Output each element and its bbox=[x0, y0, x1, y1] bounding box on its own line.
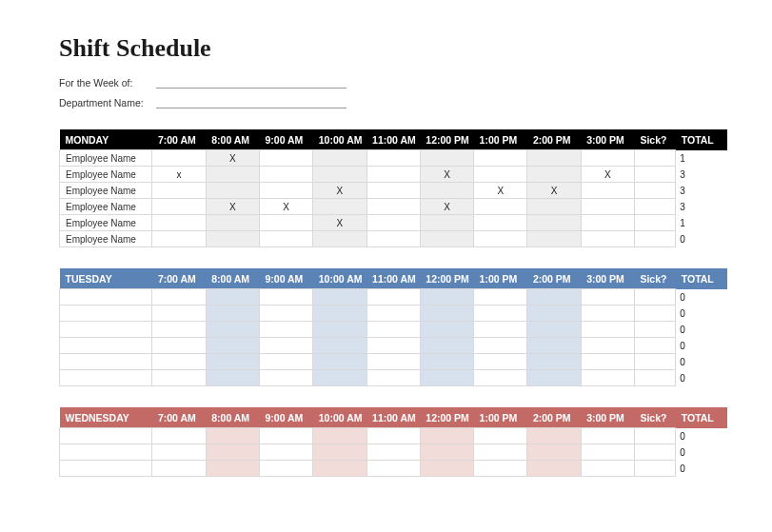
shift-cell[interactable] bbox=[581, 199, 634, 215]
shift-cell[interactable] bbox=[259, 231, 312, 247]
shift-cell[interactable] bbox=[206, 444, 259, 461]
sick-cell[interactable] bbox=[634, 354, 675, 370]
meta-week-field[interactable] bbox=[156, 74, 346, 89]
shift-cell[interactable] bbox=[259, 150, 312, 167]
shift-cell[interactable] bbox=[206, 338, 259, 354]
shift-cell[interactable] bbox=[152, 289, 206, 305]
shift-cell[interactable] bbox=[474, 305, 527, 322]
shift-cell[interactable] bbox=[581, 444, 634, 461]
shift-cell[interactable] bbox=[581, 428, 634, 444]
shift-cell[interactable]: X bbox=[581, 167, 634, 183]
shift-cell[interactable] bbox=[420, 289, 473, 305]
shift-cell[interactable] bbox=[366, 231, 420, 247]
shift-cell[interactable] bbox=[206, 354, 259, 370]
shift-cell[interactable] bbox=[366, 183, 420, 199]
shift-cell[interactable] bbox=[366, 305, 420, 322]
employee-name-cell[interactable] bbox=[60, 338, 152, 354]
shift-cell[interactable]: X bbox=[474, 183, 527, 199]
sick-cell[interactable] bbox=[634, 150, 675, 167]
shift-cell[interactable]: X bbox=[313, 215, 366, 231]
shift-cell[interactable] bbox=[259, 289, 312, 305]
shift-cell[interactable] bbox=[313, 167, 366, 183]
shift-cell[interactable] bbox=[420, 370, 473, 386]
shift-cell[interactable] bbox=[420, 354, 473, 370]
shift-cell[interactable] bbox=[420, 461, 473, 477]
shift-cell[interactable] bbox=[206, 289, 259, 305]
shift-cell[interactable] bbox=[313, 322, 366, 338]
shift-cell[interactable] bbox=[581, 354, 634, 370]
shift-cell[interactable]: X bbox=[206, 150, 259, 167]
employee-name-cell[interactable] bbox=[60, 322, 152, 338]
shift-cell[interactable] bbox=[581, 322, 634, 338]
sick-cell[interactable] bbox=[634, 305, 675, 322]
shift-cell[interactable] bbox=[474, 428, 527, 444]
shift-cell[interactable] bbox=[152, 231, 206, 247]
shift-cell[interactable] bbox=[366, 322, 420, 338]
shift-cell[interactable] bbox=[420, 150, 473, 167]
shift-cell[interactable]: X bbox=[527, 183, 581, 199]
shift-cell[interactable] bbox=[152, 305, 206, 322]
shift-cell[interactable] bbox=[313, 305, 366, 322]
shift-cell[interactable] bbox=[420, 231, 473, 247]
sick-cell[interactable] bbox=[634, 199, 675, 215]
shift-cell[interactable] bbox=[259, 428, 312, 444]
shift-cell[interactable] bbox=[152, 199, 206, 215]
shift-cell[interactable] bbox=[206, 215, 259, 231]
shift-cell[interactable] bbox=[313, 444, 366, 461]
shift-cell[interactable]: X bbox=[259, 199, 312, 215]
shift-cell[interactable] bbox=[581, 370, 634, 386]
employee-name-cell[interactable]: Employee Name bbox=[60, 231, 152, 247]
sick-cell[interactable] bbox=[634, 370, 675, 386]
shift-cell[interactable] bbox=[474, 289, 527, 305]
shift-cell[interactable] bbox=[313, 231, 366, 247]
shift-cell[interactable] bbox=[474, 354, 527, 370]
shift-cell[interactable] bbox=[527, 289, 581, 305]
shift-cell[interactable] bbox=[474, 338, 527, 354]
shift-cell[interactable]: X bbox=[206, 199, 259, 215]
employee-name-cell[interactable] bbox=[60, 370, 152, 386]
sick-cell[interactable] bbox=[634, 338, 675, 354]
shift-cell[interactable] bbox=[313, 370, 366, 386]
shift-cell[interactable] bbox=[527, 322, 581, 338]
shift-cell[interactable] bbox=[366, 370, 420, 386]
shift-cell[interactable] bbox=[581, 215, 634, 231]
shift-cell[interactable] bbox=[527, 354, 581, 370]
sick-cell[interactable] bbox=[634, 215, 675, 231]
shift-cell[interactable] bbox=[474, 150, 527, 167]
shift-cell[interactable] bbox=[420, 215, 473, 231]
shift-cell[interactable] bbox=[527, 428, 581, 444]
shift-cell[interactable] bbox=[313, 150, 366, 167]
shift-cell[interactable] bbox=[152, 322, 206, 338]
shift-cell[interactable] bbox=[313, 354, 366, 370]
sick-cell[interactable] bbox=[634, 322, 675, 338]
shift-cell[interactable] bbox=[527, 199, 581, 215]
shift-cell[interactable] bbox=[420, 305, 473, 322]
shift-cell[interactable] bbox=[152, 428, 206, 444]
shift-cell[interactable] bbox=[152, 370, 206, 386]
shift-cell[interactable] bbox=[527, 150, 581, 167]
sick-cell[interactable] bbox=[634, 428, 675, 444]
sick-cell[interactable] bbox=[634, 461, 675, 477]
shift-cell[interactable] bbox=[259, 183, 312, 199]
shift-cell[interactable] bbox=[206, 305, 259, 322]
shift-cell[interactable] bbox=[527, 231, 581, 247]
employee-name-cell[interactable]: Employee Name bbox=[60, 167, 152, 183]
employee-name-cell[interactable]: Employee Name bbox=[60, 150, 152, 167]
shift-cell[interactable] bbox=[259, 354, 312, 370]
shift-cell[interactable] bbox=[474, 461, 527, 477]
shift-cell[interactable] bbox=[152, 150, 206, 167]
shift-cell[interactable] bbox=[259, 215, 312, 231]
shift-cell[interactable] bbox=[152, 444, 206, 461]
shift-cell[interactable] bbox=[313, 461, 366, 477]
shift-cell[interactable] bbox=[581, 150, 634, 167]
shift-cell[interactable] bbox=[313, 289, 366, 305]
employee-name-cell[interactable] bbox=[60, 289, 152, 305]
shift-cell[interactable] bbox=[366, 354, 420, 370]
sick-cell[interactable] bbox=[634, 167, 675, 183]
sick-cell[interactable] bbox=[634, 444, 675, 461]
shift-cell[interactable] bbox=[581, 183, 634, 199]
shift-cell[interactable] bbox=[366, 461, 420, 477]
shift-cell[interactable] bbox=[527, 338, 581, 354]
shift-cell[interactable] bbox=[581, 231, 634, 247]
shift-cell[interactable] bbox=[206, 322, 259, 338]
